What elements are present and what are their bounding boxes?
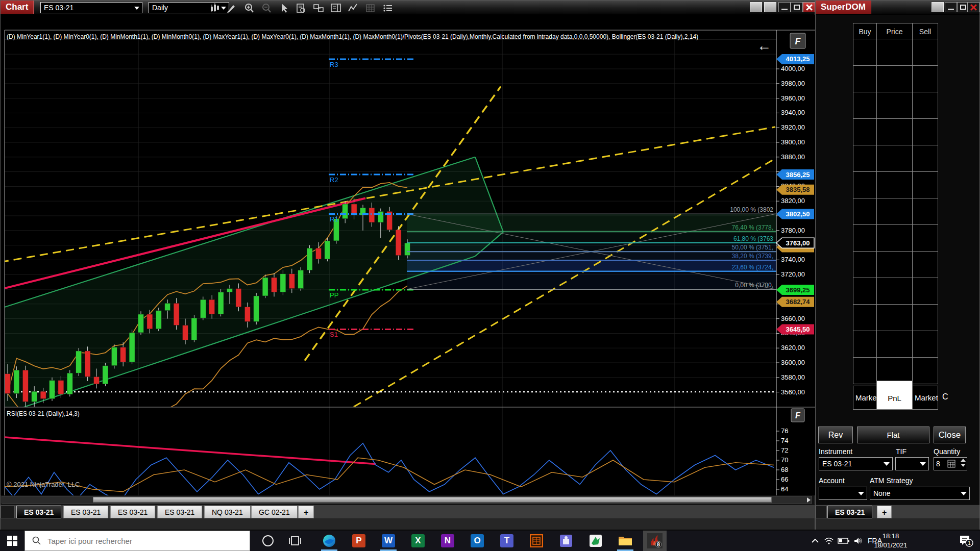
taskbar-app-explorer[interactable] — [614, 531, 637, 551]
superdom-close-button[interactable] — [967, 2, 979, 12]
dom-cell-price[interactable] — [876, 66, 913, 92]
taskbar-app-purple-app[interactable] — [554, 531, 578, 551]
dom-cell-sell[interactable] — [912, 331, 938, 358]
taskbar-app-onenote[interactable]: N — [436, 531, 459, 551]
wifi-button[interactable] — [822, 531, 836, 551]
taskbar-app-ninjatrader[interactable]: 8 — [643, 531, 667, 551]
sell-market-button[interactable]: Market — [912, 386, 938, 410]
flat-button[interactable]: Flat — [857, 427, 929, 443]
data-box-icon[interactable] — [294, 2, 309, 14]
superdom-custom-button[interactable] — [932, 2, 944, 12]
dom-cell-sell[interactable] — [912, 358, 938, 384]
tif-select[interactable] — [895, 457, 929, 470]
dom-cell-price[interactable] — [876, 172, 913, 198]
dom-cell-buy[interactable] — [853, 358, 877, 384]
tab-scroll-stub[interactable] — [1, 506, 15, 518]
dom-cell-buy[interactable] — [853, 145, 877, 172]
buy-market-button[interactable]: Market — [853, 386, 877, 410]
custom-button-1[interactable] — [750, 2, 762, 12]
properties-icon[interactable] — [381, 2, 396, 14]
dom-cell-sell[interactable] — [912, 39, 938, 66]
add-chart-tab-button[interactable]: + — [298, 506, 314, 518]
instrument-select[interactable]: ES 03-21 — [40, 2, 142, 13]
reverse-button[interactable]: Rev — [818, 427, 853, 443]
dom-cell-sell[interactable] — [912, 305, 938, 331]
dom-cell-price[interactable] — [876, 92, 913, 119]
dom-cell-buy[interactable] — [853, 305, 877, 331]
chart-tab-5[interactable]: GC 02-21 — [251, 506, 298, 518]
spin-down-icon[interactable] — [961, 464, 966, 467]
close-button[interactable] — [803, 2, 815, 12]
dom-cell-buy[interactable] — [853, 252, 877, 278]
dom-cell-price[interactable] — [876, 145, 913, 172]
chart-tab-4[interactable]: NQ 03-21 — [204, 506, 251, 518]
dom-cell-sell[interactable] — [912, 145, 938, 172]
regression-icon[interactable] — [346, 2, 361, 14]
taskbar-app-teams[interactable]: T — [495, 531, 519, 551]
superdom-instrument-select[interactable]: ES 03-21 — [819, 457, 893, 470]
collapse-arrow-icon[interactable]: ← — [757, 38, 771, 54]
tray-chevron-button[interactable] — [808, 531, 822, 551]
chart-tab-2[interactable]: ES 03-21 — [110, 506, 155, 518]
quantity-stepper[interactable]: 8 — [934, 457, 967, 470]
dom-cell-sell[interactable] — [912, 119, 938, 145]
chart-style-icon[interactable] — [207, 2, 223, 14]
tab-scroll-stub[interactable] — [816, 506, 827, 518]
chart-tab-1[interactable]: ES 03-21 — [63, 506, 108, 518]
scrollbar-right-arrow-icon[interactable] — [807, 497, 811, 503]
dom-cell-buy[interactable] — [853, 66, 877, 92]
cursor-icon[interactable] — [277, 2, 292, 14]
dom-cell-price[interactable] — [876, 198, 913, 225]
dom-cell-buy[interactable] — [853, 92, 877, 119]
taskbar-app-excel[interactable]: X — [406, 531, 430, 551]
zoom-in-icon[interactable] — [242, 2, 257, 14]
dom-cell-sell[interactable] — [912, 252, 938, 278]
task-view-button[interactable] — [284, 531, 306, 551]
dom-cell-buy[interactable] — [853, 119, 877, 145]
grid-icon[interactable] — [363, 2, 379, 14]
custom-button-2[interactable] — [764, 2, 776, 12]
dom-cell-price[interactable] — [876, 39, 913, 66]
superdom-tab[interactable]: ES 03-21 — [827, 506, 872, 518]
taskbar-app-outlook[interactable]: O — [465, 531, 489, 551]
zoom-out-icon[interactable] — [259, 2, 275, 14]
superdom-minimize-button[interactable] — [945, 2, 957, 12]
chart-canvas[interactable]: R3R2R1PPS1100,00 % (380276,40 % (3778,61… — [1, 15, 816, 495]
focus-button[interactable]: F — [790, 33, 805, 48]
minimize-button[interactable] — [778, 2, 791, 12]
taskbar-app-green-app[interactable] — [584, 531, 607, 551]
rsi-focus-button[interactable]: F — [791, 409, 804, 422]
price-axis[interactable]: 3560,003580,003600,003620,003640,003660,… — [776, 65, 805, 396]
dom-cell-sell[interactable] — [912, 278, 938, 305]
dom-cell-sell[interactable] — [912, 225, 938, 252]
quantity-spin-buttons[interactable] — [961, 459, 966, 467]
dom-cell-price[interactable] — [876, 331, 913, 358]
spin-up-icon[interactable] — [961, 459, 966, 462]
account-select[interactable] — [819, 487, 867, 500]
atm-strategy-select[interactable]: None — [870, 487, 970, 500]
pnl-display[interactable]: PnL — [876, 381, 913, 410]
chart-trader-icon[interactable] — [329, 2, 344, 14]
start-button[interactable] — [0, 531, 24, 551]
scrollbar-thumb[interactable] — [93, 497, 772, 503]
volume-button[interactable] — [851, 531, 866, 551]
clock[interactable]: 18:18 18/01/2021 — [868, 532, 914, 550]
taskbar-search[interactable] — [24, 531, 250, 551]
maximize-button[interactable] — [791, 2, 803, 12]
taskbar-app-edge[interactable] — [317, 531, 341, 551]
dom-cell-sell[interactable] — [912, 92, 938, 119]
dom-cell-sell[interactable] — [912, 198, 938, 225]
cortana-button[interactable] — [258, 531, 278, 551]
battery-button[interactable] — [836, 531, 851, 551]
dom-cell-price[interactable] — [876, 225, 913, 252]
dom-cell-buy[interactable] — [853, 39, 877, 66]
dom-cell-sell[interactable] — [912, 66, 938, 92]
dom-cell-buy[interactable] — [853, 278, 877, 305]
dom-cell-price[interactable] — [876, 119, 913, 145]
dom-cell-price[interactable] — [876, 252, 913, 278]
chart-tab-3[interactable]: ES 03-21 — [157, 506, 202, 518]
dom-cell-buy[interactable] — [853, 172, 877, 198]
taskbar-app-reader-app[interactable] — [525, 531, 548, 551]
notification-button[interactable]: 1 — [954, 531, 977, 551]
close-position-button[interactable]: Close — [934, 427, 966, 443]
